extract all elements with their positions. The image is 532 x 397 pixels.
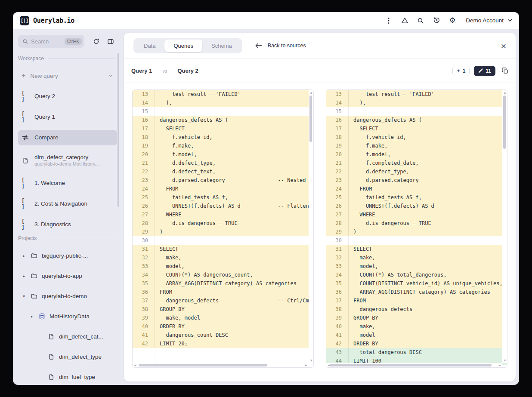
caret-collapsed-icon[interactable]: ▸ bbox=[22, 274, 26, 278]
line-number: 40 bbox=[133, 322, 155, 331]
scroll-right-arrow-icon[interactable]: ▶ bbox=[498, 363, 502, 367]
history-icon[interactable] bbox=[430, 15, 442, 26]
sidebar-scrollbar[interactable] bbox=[118, 53, 119, 207]
tab-schema[interactable]: Schema bbox=[202, 40, 241, 52]
tree-item-dim-fuel-type[interactable]: dim_fuel_type bbox=[18, 369, 117, 384]
sidebar-item-label: Query 1 bbox=[34, 114, 55, 121]
alerts-triangle-icon[interactable] bbox=[399, 15, 411, 26]
sidebar-item-1-welcome[interactable]: [ ]1. Welcome bbox=[18, 175, 117, 191]
line-number: 13 bbox=[133, 90, 155, 98]
back-label: Back to sources bbox=[268, 43, 306, 49]
scrollbar-thumb[interactable] bbox=[139, 364, 267, 366]
diff-panel-left: 13 test_result = 'FAILED'14 ),1516danger… bbox=[132, 89, 314, 368]
file-icon bbox=[22, 157, 29, 164]
topbar-actions: ⚙ Demo Account bbox=[383, 15, 512, 26]
new-query-button[interactable]: + New query bbox=[18, 70, 117, 82]
diff-line: 24 FROM bbox=[326, 185, 507, 193]
scrollbar-thumb[interactable] bbox=[309, 95, 312, 142]
line-number: 30 bbox=[326, 236, 349, 245]
settings-gear-icon[interactable]: ⚙ bbox=[446, 15, 458, 26]
back-to-sources-link[interactable]: Back to sources bbox=[255, 43, 306, 49]
caret-expanded-icon[interactable]: ▾ bbox=[29, 314, 34, 319]
horizontal-scrollbar[interactable]: ◀ ▶ bbox=[326, 363, 502, 367]
line-number: 27 bbox=[133, 210, 155, 219]
brackets-icon: [ ] bbox=[22, 219, 29, 231]
scroll-left-arrow-icon[interactable]: ◀ bbox=[133, 363, 137, 367]
horizontal-scrollbar[interactable]: ◀ ▶ bbox=[133, 363, 309, 367]
tree-item-querylab-io-app[interactable]: ▸querylab-io-app bbox=[18, 268, 117, 283]
diff-line: 33 model, bbox=[133, 262, 313, 271]
tree-item-dim-defect-cat[interactable]: dim_defect_cat... bbox=[18, 329, 117, 344]
line-number: 14 bbox=[326, 98, 349, 107]
kebab-menu-icon[interactable] bbox=[383, 15, 395, 26]
diff-stats: + 1 11 bbox=[452, 66, 508, 76]
close-icon[interactable]: × bbox=[501, 41, 506, 50]
sidebar-item-dim-defect-category[interactable]: dim_defect_categoryquerylab-io-demo.MotH… bbox=[18, 151, 117, 170]
diff-line: 26 UNNEST(f.defects) AS d -- Flatten arr bbox=[133, 202, 313, 210]
scroll-right-arrow-icon[interactable]: ▶ bbox=[304, 363, 308, 367]
scroll-up-arrow-icon[interactable]: ▲ bbox=[503, 90, 507, 95]
search-input[interactable]: Search Ctrl+K bbox=[18, 35, 84, 48]
scroll-down-arrow-icon[interactable]: ▼ bbox=[503, 358, 507, 363]
diff-line: 20 f.model, bbox=[326, 150, 507, 159]
line-number: 20 bbox=[133, 150, 155, 159]
refresh-icon[interactable] bbox=[90, 36, 102, 47]
chevron-down-icon[interactable] bbox=[108, 74, 113, 77]
line-code: dangerous_count DESC bbox=[155, 331, 313, 339]
line-number: 34 bbox=[326, 271, 349, 279]
diff-line: 31SELECT bbox=[326, 245, 507, 253]
search-icon bbox=[22, 39, 28, 44]
tree-item-label: querylab-io-app bbox=[42, 273, 82, 279]
tree-item-querylab-io-demo[interactable]: ▾querylab-io-demo bbox=[18, 289, 117, 303]
additions-badge[interactable]: + 1 bbox=[452, 66, 470, 76]
diff-line: 23 d.parsed.category -- Nested STRUCT bbox=[133, 176, 313, 185]
tab-data[interactable]: Data bbox=[135, 40, 164, 52]
account-menu[interactable]: Demo Account bbox=[466, 17, 512, 24]
view-tabs: DataQueriesSchema bbox=[133, 38, 242, 53]
sidebar-item-2-cost-navigation[interactable]: [ ]2. Cost & Navigation bbox=[18, 196, 117, 212]
tree-item-dim-defect-type[interactable]: dim_defect_type bbox=[18, 349, 117, 364]
edits-count: 11 bbox=[486, 68, 491, 74]
line-code: ORDER BY bbox=[155, 322, 313, 331]
line-number: 18 bbox=[326, 133, 349, 142]
toggle-sidebar-icon[interactable] bbox=[105, 36, 116, 47]
diff-line: 26 UNNEST(f.defects) AS d bbox=[326, 202, 507, 210]
search-icon[interactable] bbox=[414, 15, 427, 26]
diff-area: 13 test_result = 'FAILED'14 ),1516danger… bbox=[124, 83, 516, 382]
line-number: 37 bbox=[326, 296, 349, 305]
copy-icon[interactable] bbox=[502, 68, 508, 74]
scroll-up-arrow-icon[interactable]: ▲ bbox=[309, 90, 313, 95]
line-number: 22 bbox=[133, 167, 155, 176]
line-code: f.vehicle_id, bbox=[155, 133, 313, 142]
folder-icon bbox=[30, 252, 38, 259]
caret-expanded-icon[interactable]: ▾ bbox=[22, 294, 26, 299]
tree-item-mothistorydata[interactable]: ▾MotHistoryData bbox=[18, 309, 117, 323]
tab-queries[interactable]: Queries bbox=[164, 40, 202, 52]
sidebar-item-3-diagnostics[interactable]: [ ]3. Diagnostics bbox=[18, 217, 117, 232]
line-number: 32 bbox=[133, 253, 155, 262]
main-area: DataQueriesSchema Back to sources × Quer… bbox=[121, 29, 519, 385]
chevron-down-icon bbox=[507, 19, 512, 22]
line-number: 41 bbox=[133, 331, 155, 339]
scrollbar-thumb[interactable] bbox=[503, 95, 506, 149]
vertical-scrollbar[interactable]: ▲ ▼ bbox=[309, 90, 313, 363]
scrollbar-thumb[interactable] bbox=[330, 364, 492, 366]
sidebar-item-compare[interactable]: Compare bbox=[18, 130, 117, 145]
tree-item-label: querylab-io-demo bbox=[42, 293, 87, 299]
brackets-icon: [ ] bbox=[22, 177, 29, 189]
sidebar-item-text: 2. Cost & Navigation bbox=[34, 200, 87, 208]
vs-label: vs bbox=[162, 68, 167, 74]
sidebar-item-query-1[interactable]: [ ]Query 1 bbox=[18, 109, 117, 125]
diff-line: 16dangerous_defects AS ( bbox=[133, 116, 313, 124]
edits-badge[interactable]: 11 bbox=[474, 66, 495, 76]
scroll-down-arrow-icon[interactable]: ▼ bbox=[309, 358, 313, 363]
sidebar-item-query-2[interactable]: [ ]Query 2 bbox=[18, 89, 117, 104]
line-code: FROM bbox=[349, 296, 507, 305]
vertical-scrollbar[interactable]: ▲ ▼ bbox=[502, 90, 507, 363]
tree-item-bigquery-public[interactable]: ▸bigquery-public-... bbox=[18, 248, 117, 263]
diff-line: 17 SELECT bbox=[326, 124, 507, 133]
diff-line: 15 bbox=[133, 107, 313, 116]
diff-line: 40ORDER BY bbox=[133, 322, 313, 331]
projects-tree: ▸bigquery-public-...▸querylab-io-app▾que… bbox=[18, 248, 117, 384]
caret-collapsed-icon[interactable]: ▸ bbox=[22, 253, 26, 258]
